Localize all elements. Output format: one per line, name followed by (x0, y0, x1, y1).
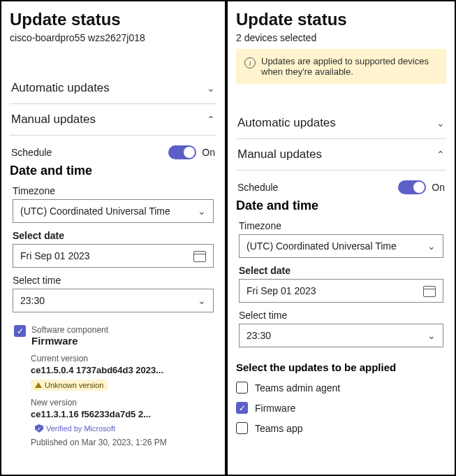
info-text: Updates are applied to supported devices… (261, 56, 438, 77)
published-date: Published on Mar 30, 2023, 1:26 PM (31, 438, 216, 447)
automatic-updates-section[interactable]: Automatic updates ⌄ (236, 108, 446, 139)
manual-updates-section[interactable]: Manual updates ⌃ (236, 139, 446, 171)
timezone-value: (UTC) Coordinated Universal Time (247, 240, 397, 252)
chevron-down-icon: ⌄ (427, 330, 436, 341)
new-version-value: ce11.3.1.16 f56233da7d5 2... (31, 409, 151, 419)
firmware-label: Firmware (255, 403, 295, 414)
schedule-toggle[interactable] (168, 145, 196, 159)
panel-single-device: Update status cisco-boardpro55 wzs2627j0… (0, 0, 226, 476)
select-date-label: Select date (239, 265, 443, 276)
page-title: Update status (10, 10, 216, 29)
time-select[interactable]: 23:30 ⌄ (239, 324, 443, 347)
schedule-state: On (432, 182, 445, 193)
warning-icon (35, 382, 42, 388)
timezone-select[interactable]: (UTC) Coordinated Universal Time ⌄ (13, 199, 214, 223)
automatic-updates-label: Automatic updates (11, 81, 110, 95)
panel-multi-device: Update status 2 devices selected i Updat… (226, 0, 456, 476)
new-version-label: New version (31, 398, 216, 408)
timezone-select[interactable]: (UTC) Coordinated Universal Time ⌄ (239, 234, 443, 258)
automatic-updates-section[interactable]: Automatic updates ⌄ (10, 73, 216, 104)
page-title: Update status (236, 10, 446, 29)
firmware-checkbox[interactable]: ✓ (14, 325, 26, 337)
timezone-label: Timezone (239, 220, 443, 231)
firmware-label: Firmware (31, 335, 108, 347)
select-updates-heading: Select the updates to be applied (236, 361, 446, 373)
chevron-down-icon: ⌄ (436, 117, 445, 129)
schedule-label: Schedule (11, 147, 52, 158)
chevron-down-icon: ⌄ (198, 295, 206, 306)
teams-agent-label: Teams admin agent (255, 382, 340, 394)
timezone-label: Timezone (13, 185, 214, 196)
manual-updates-section[interactable]: Manual updates ⌃ (10, 104, 216, 136)
device-count: 2 devices selected (236, 32, 446, 43)
date-time-heading: Date and time (10, 164, 216, 178)
timezone-value: (UTC) Coordinated Universal Time (20, 205, 170, 217)
time-select[interactable]: 23:30 ⌄ (13, 289, 214, 312)
teams-app-label: Teams app (255, 423, 302, 434)
date-input[interactable]: Fri Sep 01 2023 (239, 279, 443, 303)
chevron-down-icon: ⌄ (198, 205, 206, 217)
date-time-heading: Date and time (236, 199, 446, 213)
time-value: 23:30 (20, 295, 45, 306)
teams-agent-checkbox[interactable] (236, 382, 248, 394)
calendar-icon (193, 250, 206, 262)
time-value: 23:30 (247, 330, 271, 341)
manual-updates-label: Manual updates (237, 147, 322, 161)
chevron-up-icon: ⌃ (207, 114, 215, 125)
unknown-version-tag: Unknown version (31, 380, 108, 391)
software-component-label: Software component (31, 325, 108, 335)
select-time-label: Select time (239, 310, 443, 321)
device-name: cisco-boardpro55 wzs2627j018 (10, 32, 216, 43)
current-version-value: ce11.5.0.4 1737abd64d3 2023... (31, 365, 163, 375)
info-banner: i Updates are applied to supported devic… (236, 49, 446, 84)
schedule-toggle[interactable] (398, 180, 426, 194)
schedule-state: On (202, 147, 215, 158)
date-value: Fri Sep 01 2023 (247, 285, 316, 296)
current-version-label: Current version (31, 354, 216, 363)
verified-tag: ✓ Verified by Microsoft (31, 424, 119, 433)
calendar-icon (423, 284, 436, 297)
date-input[interactable]: Fri Sep 01 2023 (13, 244, 214, 268)
date-value: Fri Sep 01 2023 (20, 250, 90, 261)
schedule-label: Schedule (237, 182, 278, 193)
shield-icon: ✓ (35, 424, 43, 433)
firmware-checkbox[interactable]: ✓ (236, 402, 248, 414)
info-icon: i (244, 57, 256, 68)
teams-app-checkbox[interactable] (236, 422, 248, 434)
chevron-up-icon: ⌃ (436, 149, 445, 160)
chevron-down-icon: ⌄ (207, 82, 215, 94)
automatic-updates-label: Automatic updates (237, 116, 336, 130)
chevron-down-icon: ⌄ (427, 240, 436, 252)
select-date-label: Select date (13, 230, 214, 241)
manual-updates-label: Manual updates (11, 113, 96, 127)
select-time-label: Select time (13, 275, 214, 286)
